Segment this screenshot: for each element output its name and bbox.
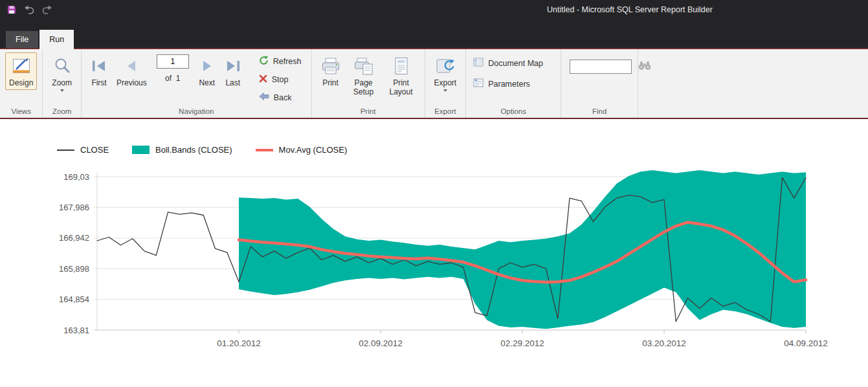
- svg-text:03.20.2012: 03.20.2012: [642, 338, 686, 348]
- print-icon: [321, 56, 340, 76]
- legend-item-bollbands: Boll.Bands (CLOSE): [132, 145, 232, 155]
- document-map-icon: [473, 57, 484, 69]
- refresh-icon: [259, 56, 269, 67]
- design-button-label: Design: [9, 78, 33, 87]
- ribbon-accent-divider: [0, 118, 868, 119]
- ribbon-group-print: Print Page Setup Print Layout Print: [312, 49, 425, 118]
- ribbon-group-find: Find: [561, 49, 638, 118]
- next-page-button[interactable]: Next: [195, 52, 219, 90]
- report-builder-window: Untitled - Microsoft SQL Server Report B…: [0, 0, 868, 387]
- redo-icon[interactable]: [39, 3, 54, 16]
- stop-label: Stop: [272, 75, 289, 84]
- document-map-button[interactable]: Document Map: [471, 56, 546, 70]
- group-label-zoom: Zoom: [43, 106, 81, 118]
- report-canvas: CLOSE Boll.Bands (CLOSE) Mov.Avg (CLOSE)…: [0, 145, 868, 387]
- svg-text:167,986: 167,986: [59, 203, 89, 212]
- chevron-down-icon: [60, 89, 64, 92]
- group-label-options: Options: [466, 106, 561, 118]
- svg-text:01.20.2012: 01.20.2012: [217, 338, 261, 348]
- page-setup-label: Page Setup: [350, 78, 378, 96]
- previous-page-label: Previous: [117, 78, 147, 87]
- legend-area-marker: [132, 146, 150, 154]
- first-page-button[interactable]: First: [87, 52, 111, 90]
- legend-label-bollbands: Boll.Bands (CLOSE): [155, 145, 232, 155]
- parameters-label: Parameters: [488, 80, 530, 89]
- titlebar: Untitled - Microsoft SQL Server Report B…: [0, 0, 868, 19]
- tab-file[interactable]: File: [6, 31, 38, 48]
- previous-page-button[interactable]: Previous: [113, 52, 151, 90]
- refresh-label: Refresh: [273, 57, 302, 66]
- last-page-label: Last: [225, 78, 240, 87]
- group-label-navigation: Navigation: [82, 106, 311, 118]
- chart-legend: CLOSE Boll.Bands (CLOSE) Mov.Avg (CLOSE): [57, 145, 868, 155]
- next-page-icon: [199, 56, 216, 76]
- svg-text:02.09.2012: 02.09.2012: [359, 338, 403, 348]
- design-icon: [12, 56, 31, 76]
- group-label-export: Export: [425, 106, 466, 118]
- last-page-button[interactable]: Last: [221, 52, 245, 90]
- page-setup-button[interactable]: Page Setup: [346, 52, 382, 99]
- last-page-icon: [225, 56, 241, 76]
- export-button[interactable]: Export: [430, 52, 461, 94]
- ribbon-group-export: Export Export: [425, 49, 467, 118]
- svg-text:02.29.2012: 02.29.2012: [500, 338, 544, 348]
- next-page-label: Next: [199, 78, 215, 87]
- svg-text:04.09.2012: 04.09.2012: [784, 338, 828, 348]
- back-button[interactable]: Back: [256, 91, 304, 104]
- legend-line-marker: [57, 149, 74, 151]
- chevron-down-icon: [443, 89, 447, 92]
- print-label: Print: [322, 78, 339, 87]
- legend-item-movavg: Mov.Avg (CLOSE): [256, 145, 348, 155]
- undo-icon[interactable]: [22, 3, 36, 16]
- back-icon: [259, 92, 269, 103]
- group-label-views: Views: [0, 106, 42, 118]
- group-label-print: Print: [312, 106, 425, 118]
- page-number-input[interactable]: [157, 54, 189, 69]
- navigation-small-buttons: Refresh Stop Back: [256, 55, 304, 104]
- print-layout-button[interactable]: Print Layout: [383, 52, 419, 99]
- group-label-find: Find: [561, 106, 638, 118]
- page-count-label: of 1: [165, 74, 180, 83]
- stop-button[interactable]: Stop: [256, 74, 304, 85]
- tab-run[interactable]: Run: [39, 30, 74, 49]
- export-icon: [436, 56, 455, 76]
- svg-text:163,81: 163,81: [63, 326, 89, 335]
- previous-page-icon: [123, 56, 140, 76]
- print-button[interactable]: Print: [317, 52, 344, 90]
- svg-text:169,03: 169,03: [63, 172, 89, 182]
- print-layout-icon: [394, 56, 409, 76]
- page-navigation-fields: of 1: [157, 54, 189, 83]
- ribbon-filler: [638, 49, 868, 118]
- print-layout-label: Print Layout: [387, 78, 416, 96]
- zoom-button-label: Zoom: [52, 78, 72, 87]
- tab-strip: File Run: [0, 19, 868, 48]
- svg-text:164,854: 164,854: [59, 294, 89, 304]
- ribbon-group-options: Document Map Parameters Options: [466, 49, 561, 118]
- find-input[interactable]: [570, 60, 632, 74]
- page-setup-icon: [354, 56, 373, 76]
- legend-label-movavg: Mov.Avg (CLOSE): [279, 145, 348, 155]
- ribbon: Design Views Zoom Zoom: [0, 49, 868, 118]
- legend-label-close: CLOSE: [80, 145, 109, 155]
- save-icon[interactable]: [5, 3, 19, 16]
- design-button[interactable]: Design: [5, 52, 37, 90]
- first-page-label: First: [91, 78, 106, 87]
- window-title: Untitled - Microsoft SQL Server Report B…: [547, 5, 713, 14]
- zoom-button[interactable]: Zoom: [48, 52, 76, 94]
- stock-chart: 169,03167,986166,942165,898164,854163,81…: [13, 157, 854, 353]
- refresh-button[interactable]: Refresh: [256, 55, 304, 68]
- svg-text:165,898: 165,898: [59, 264, 89, 274]
- ribbon-group-navigation: First Previous of 1 Next: [82, 49, 311, 118]
- legend-thickline-marker: [256, 149, 273, 151]
- parameters-icon: [473, 78, 484, 90]
- back-label: Back: [274, 93, 292, 102]
- zoom-icon: [53, 56, 71, 76]
- svg-text:166,942: 166,942: [59, 233, 89, 243]
- parameters-button[interactable]: Parameters: [471, 77, 546, 91]
- stop-icon: [259, 74, 267, 85]
- export-button-label: Export: [434, 78, 457, 87]
- ribbon-group-zoom: Zoom Zoom: [43, 49, 82, 118]
- ribbon-group-views: Design Views: [0, 49, 43, 118]
- legend-item-close: CLOSE: [57, 145, 109, 155]
- quick-access-toolbar: [0, 3, 54, 16]
